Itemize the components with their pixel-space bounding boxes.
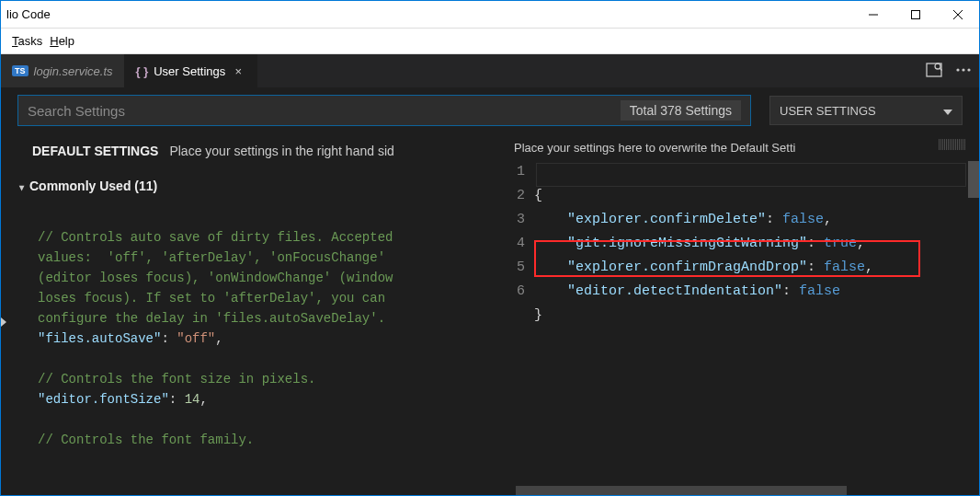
code-comment: configure the delay in 'files.autoSaveDe… <box>38 311 385 326</box>
window-minimize-button[interactable] <box>852 1 895 29</box>
chevron-down-icon <box>943 104 952 118</box>
code-value: false <box>782 212 824 227</box>
menu-tasks[interactable]: Tasks <box>12 34 42 48</box>
svg-rect-4 <box>927 63 941 76</box>
vertical-scrollbar[interactable] <box>968 161 979 495</box>
code-value: 14 <box>185 392 200 407</box>
line-number: 2 <box>501 184 525 208</box>
code-comment: // Controls the font size in pixels. <box>38 372 315 386</box>
code-brace: { <box>534 188 542 203</box>
code-key: "explorer.confirmDragAndDrop" <box>567 260 807 275</box>
split-editor-icon <box>926 63 942 77</box>
code-value: false <box>799 283 840 299</box>
editor-actions <box>926 54 972 87</box>
json-braces-icon: { } <box>136 64 149 78</box>
scope-label: USER SETTINGS <box>780 104 876 118</box>
user-settings-editor[interactable]: 1 2 3 4 5 6 { "explorer.confirmDelete": … <box>497 160 979 352</box>
code-comment: loses focus). If set to 'afterDelay', yo… <box>38 291 385 306</box>
editor-tabs: TS login.service.ts { } User Settings × <box>1 54 979 87</box>
svg-point-9 <box>967 68 970 71</box>
code-comment: values: 'off', 'afterDelay', 'onFocusCha… <box>38 250 385 265</box>
code-key: "files.autoSave" <box>38 331 161 346</box>
user-settings-hint: Place your settings here to overwrite th… <box>497 133 979 160</box>
default-settings-pane: DEFAULT SETTINGS Place your settings in … <box>1 133 497 495</box>
menu-bar: Tasks Help <box>1 29 979 54</box>
typescript-icon: TS <box>12 65 28 76</box>
scrollbar-thumb[interactable] <box>968 161 979 198</box>
line-number: 1 <box>501 160 525 184</box>
split-editor-button[interactable] <box>926 63 942 80</box>
horizontal-scrollbar[interactable] <box>497 486 968 495</box>
svg-point-8 <box>962 68 964 71</box>
maximize-icon <box>911 10 920 19</box>
settings-scope-select[interactable]: USER SETTINGS <box>769 96 963 125</box>
tab-label: login.service.ts <box>34 64 113 78</box>
code-key: "editor.detectIndentation" <box>567 283 782 299</box>
line-number: 4 <box>501 232 525 256</box>
menu-help[interactable]: Help <box>50 34 74 48</box>
close-icon <box>953 10 963 19</box>
code-value: false <box>824 260 865 275</box>
svg-point-7 <box>956 68 959 71</box>
section-commonly-used[interactable]: Commonly Used (11) <box>1 168 497 207</box>
code-brace: } <box>534 307 542 323</box>
minimize-icon <box>869 10 878 19</box>
code-value: true <box>824 236 857 251</box>
default-settings-hint: Place your settings in the right hand si… <box>169 141 393 161</box>
code-body[interactable]: { "explorer.confirmDelete": false, "git.… <box>534 160 873 352</box>
code-key: "git.ignoreMissingGitWarning" <box>567 236 807 251</box>
line-gutter: 1 2 3 4 5 6 <box>501 160 534 352</box>
tab-label: User Settings <box>154 64 225 78</box>
tab-login-service[interactable]: TS login.service.ts <box>1 54 125 87</box>
tab-close-button[interactable]: × <box>231 64 245 78</box>
default-settings-code: // Controls auto save of dirty files. Ac… <box>1 207 497 470</box>
window-title: lio Code <box>1 7 51 21</box>
window-close-button[interactable] <box>937 1 979 29</box>
code-comment: // Controls auto save of dirty files. Ac… <box>38 230 393 245</box>
settings-search-input[interactable]: Search Settings Total 378 Settings <box>17 95 751 126</box>
svg-marker-10 <box>943 110 952 115</box>
more-icon <box>955 63 972 77</box>
settings-count-badge: Total 378 Settings <box>621 100 741 121</box>
svg-rect-1 <box>912 10 920 18</box>
code-value: "off" <box>177 331 215 346</box>
code-comment: // Controls the font family. <box>38 433 254 447</box>
line-number: 5 <box>501 256 525 280</box>
tab-user-settings[interactable]: { } User Settings × <box>125 54 258 87</box>
scrollbar-thumb[interactable] <box>516 486 847 495</box>
code-key: "editor.fontSize" <box>38 392 169 407</box>
minimap-overview[interactable] <box>939 139 966 150</box>
code-comment: (editor loses focus), 'onWindowChange' (… <box>38 271 393 285</box>
code-key: "explorer.confirmDelete" <box>567 212 766 227</box>
settings-panes: DEFAULT SETTINGS Place your settings in … <box>1 133 979 495</box>
settings-search-row: Search Settings Total 378 Settings USER … <box>1 87 979 133</box>
default-settings-heading: DEFAULT SETTINGS <box>32 141 158 161</box>
more-actions-button[interactable] <box>955 63 972 80</box>
window-titlebar: lio Code <box>1 1 979 29</box>
line-number: 3 <box>501 208 525 232</box>
user-settings-pane: Place your settings here to overwrite th… <box>497 133 979 495</box>
search-placeholder: Search Settings <box>28 103 125 119</box>
app-body: TS login.service.ts { } User Settings × <box>1 54 979 495</box>
line-number: 6 <box>501 280 525 304</box>
gutter-chevron-icon[interactable] <box>1 317 6 327</box>
window-maximize-button[interactable] <box>895 1 937 29</box>
